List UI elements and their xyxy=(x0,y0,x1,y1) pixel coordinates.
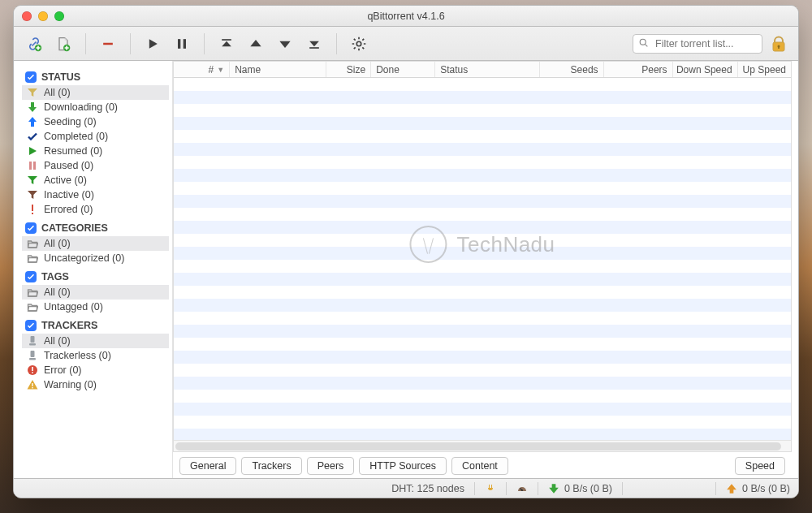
statusbar: DHT: 125 nodes 0 B/s (0 B) 0 B/s (0 B) xyxy=(14,478,798,498)
svg-rect-22 xyxy=(33,162,36,170)
alert-icon xyxy=(27,204,38,215)
status-divider xyxy=(715,482,716,495)
sidebar-item-status-downloading[interactable]: Downloading (0) xyxy=(22,100,169,114)
status-dht[interactable]: DHT: 125 nodes xyxy=(391,483,464,494)
column-done[interactable]: Done xyxy=(371,62,435,77)
section-status-header[interactable]: STATUS xyxy=(22,69,169,85)
sidebar-item-label: Paused (0) xyxy=(44,160,93,171)
section-categories-header[interactable]: CATEGORIES xyxy=(22,220,169,236)
tab-speed[interactable]: Speed xyxy=(735,457,785,475)
sidebar-item-label: All (0) xyxy=(44,87,71,98)
column-peers[interactable]: Peers xyxy=(604,62,673,77)
arrow-down-icon xyxy=(548,483,559,494)
sidebar-item-status-inactive[interactable]: Inactive (0) xyxy=(22,188,169,202)
sidebar-item-label: Trackerless (0) xyxy=(44,350,111,361)
sidebar-item-tags-all[interactable]: All (0) xyxy=(22,285,169,300)
move-bottom-button[interactable] xyxy=(302,32,326,56)
tab-peers[interactable]: Peers xyxy=(307,457,355,475)
sidebar-item-trackers-all[interactable]: All (0) xyxy=(22,334,169,348)
filter-input[interactable] xyxy=(654,37,757,50)
section-label: TAGS xyxy=(41,271,69,282)
scrollbar-thumb[interactable] xyxy=(175,442,781,450)
main-panel: #▼ Name Size Done Status Seeds Peers Dow… xyxy=(173,61,798,478)
folder-open-icon xyxy=(27,252,38,264)
column-number[interactable]: #▼ xyxy=(174,62,230,77)
tab-http-sources[interactable]: HTTP Sources xyxy=(359,457,447,475)
sidebar-item-status-paused[interactable]: Paused (0) xyxy=(22,158,169,173)
filter-search[interactable] xyxy=(633,34,762,54)
svg-rect-26 xyxy=(29,343,36,346)
svg-line-14 xyxy=(362,38,364,40)
search-icon xyxy=(638,37,649,50)
column-status[interactable]: Status xyxy=(435,62,539,77)
sidebar-item-label: Untagged (0) xyxy=(44,301,103,313)
horizontal-scrollbar[interactable] xyxy=(174,440,791,451)
section-trackers-header[interactable]: TRACKERS xyxy=(22,317,169,334)
sidebar-item-status-active[interactable]: Active (0) xyxy=(22,173,169,188)
checkbox-checked-icon xyxy=(25,271,37,282)
watermark-logo-icon xyxy=(409,226,447,263)
sidebar-item-status-resumed[interactable]: Resumed (0) xyxy=(22,144,169,158)
move-up-button[interactable] xyxy=(244,32,268,56)
add-torrent-file-button[interactable] xyxy=(51,32,76,56)
status-speed-limits[interactable] xyxy=(516,483,528,494)
sidebar-item-label: Seeding (0) xyxy=(44,116,97,127)
svg-rect-28 xyxy=(29,358,36,360)
tab-content[interactable]: Content xyxy=(451,457,508,475)
column-up-speed[interactable]: Up Speed xyxy=(738,62,791,77)
status-upload-speed[interactable]: 0 B/s (0 B) xyxy=(726,483,790,494)
sidebar-item-trackers-warning[interactable]: Warning (0) xyxy=(22,377,169,392)
column-size[interactable]: Size xyxy=(326,62,371,77)
move-top-button[interactable] xyxy=(214,32,239,56)
svg-rect-6 xyxy=(309,47,319,49)
status-download-speed[interactable]: 0 B/s (0 B) xyxy=(548,483,612,494)
svg-point-16 xyxy=(640,39,646,45)
sidebar-item-label: Active (0) xyxy=(44,175,87,186)
add-torrent-link-button[interactable] xyxy=(22,32,46,56)
sidebar-item-label: Warning (0) xyxy=(44,379,97,390)
titlebar: qBittorrent v4.1.6 xyxy=(14,6,798,27)
sidebar-item-status-seeding[interactable]: Seeding (0) xyxy=(22,114,169,129)
start-button[interactable] xyxy=(140,32,165,56)
settings-button[interactable] xyxy=(347,32,371,56)
svg-rect-2 xyxy=(103,42,113,45)
plug-icon xyxy=(485,483,496,494)
sidebar-item-categories-uncategorized[interactable]: Uncategorized (0) xyxy=(22,251,169,265)
sidebar-item-status-errored[interactable]: Errored (0) xyxy=(22,202,169,217)
sidebar-item-label: Downloading (0) xyxy=(44,101,118,113)
svg-point-7 xyxy=(356,41,361,46)
sidebar-item-tags-untagged[interactable]: Untagged (0) xyxy=(22,300,169,314)
status-divider xyxy=(622,482,623,495)
torrent-table: #▼ Name Size Done Status Seeds Peers Dow… xyxy=(173,61,792,452)
sidebar-item-status-all[interactable]: All (0) xyxy=(22,85,169,100)
sidebar-item-label: Resumed (0) xyxy=(44,145,102,157)
status-divider xyxy=(538,482,538,495)
pause-button[interactable] xyxy=(170,32,194,56)
column-name[interactable]: Name xyxy=(230,62,326,77)
folder-open-icon xyxy=(27,238,38,249)
error-circle-icon xyxy=(27,364,38,376)
remove-button[interactable] xyxy=(96,32,120,56)
toolbar-divider xyxy=(204,33,205,54)
tab-general[interactable]: General xyxy=(179,457,236,475)
status-plug[interactable] xyxy=(485,483,496,494)
lock-button[interactable] xyxy=(767,33,790,54)
window-title: qBittorrent v4.1.6 xyxy=(14,11,798,22)
svg-rect-4 xyxy=(184,39,186,49)
sidebar-item-categories-all[interactable]: All (0) xyxy=(22,236,169,251)
svg-rect-25 xyxy=(31,336,35,343)
tab-trackers[interactable]: Trackers xyxy=(241,457,301,475)
play-icon xyxy=(27,145,38,157)
pause-icon xyxy=(27,160,38,171)
sidebar-item-trackers-error[interactable]: Error (0) xyxy=(22,363,169,377)
toolbar xyxy=(14,27,798,61)
section-tags-header[interactable]: TAGS xyxy=(22,269,169,285)
sidebar-item-trackers-trackerless[interactable]: Trackerless (0) xyxy=(22,348,169,363)
column-seeds[interactable]: Seeds xyxy=(540,62,604,77)
sidebar-item-label: Completed (0) xyxy=(44,131,108,142)
checkbox-checked-icon xyxy=(25,71,37,83)
move-down-button[interactable] xyxy=(273,32,297,56)
sidebar-item-status-completed[interactable]: Completed (0) xyxy=(22,129,169,144)
column-down-speed[interactable]: Down Speed xyxy=(673,62,738,77)
svg-rect-5 xyxy=(222,39,231,41)
